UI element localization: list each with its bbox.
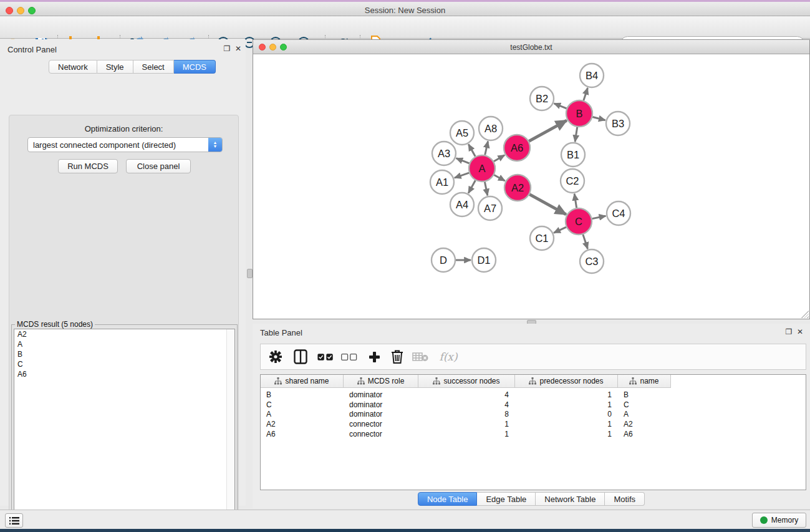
graph-node-B[interactable]: B xyxy=(566,100,592,127)
graph-edge-C-C1[interactable] xyxy=(554,227,566,233)
table-row[interactable]: A6connector11A6 xyxy=(261,429,671,439)
graph-node-C1[interactable]: C1 xyxy=(530,226,554,250)
graph-node-A7[interactable]: A7 xyxy=(478,196,502,220)
graph-node-label: D1 xyxy=(477,254,490,266)
graph-node-C4[interactable]: C4 xyxy=(607,201,630,225)
float-panel-icon[interactable]: ❐ xyxy=(784,327,793,336)
graph-node-D1[interactable]: D1 xyxy=(472,248,496,272)
graph-edge-A-A3[interactable] xyxy=(456,158,470,163)
result-item[interactable]: A xyxy=(14,339,234,349)
dropdown-selected-value: largest connected component (directed) xyxy=(28,140,208,150)
graph-edge-A-A8[interactable] xyxy=(485,142,488,155)
graph-node-label: B xyxy=(576,108,582,119)
graph-edge-A2-C[interactable] xyxy=(529,195,566,215)
column-header-shared-name[interactable]: shared name xyxy=(261,375,344,388)
tab-select[interactable]: Select xyxy=(133,60,174,74)
graph-node-A[interactable]: A xyxy=(469,155,495,181)
graph-node-A8[interactable]: A8 xyxy=(479,117,503,140)
result-item[interactable]: A6 xyxy=(14,369,234,379)
tab-node-table[interactable]: Node Table xyxy=(418,492,478,506)
float-panel-icon[interactable]: ❐ xyxy=(223,44,231,53)
graph-edge-A6-B[interactable] xyxy=(529,120,567,141)
tab-motifs[interactable]: Motifs xyxy=(605,492,645,506)
table-row[interactable]: Bdominator41B xyxy=(261,390,671,400)
result-item[interactable]: B xyxy=(14,349,234,359)
graph-edge-A-A7[interactable] xyxy=(485,182,487,196)
optimization-criterion-select[interactable]: largest connected component (directed) ▲… xyxy=(27,137,223,152)
graph-node-C3[interactable]: C3 xyxy=(580,249,604,273)
tab-style[interactable]: Style xyxy=(97,60,133,74)
table-cell: 1 xyxy=(515,419,618,429)
graph-node-B1[interactable]: B1 xyxy=(561,143,585,167)
graph-edge-C-C2[interactable] xyxy=(574,194,576,208)
close-panel-icon[interactable]: ✕ xyxy=(234,44,243,53)
result-item[interactable]: C xyxy=(14,359,234,369)
graph-edge-A-A2[interactable] xyxy=(494,175,504,181)
graph-edge-B-B2[interactable] xyxy=(554,104,566,109)
column-header-successor-nodes[interactable]: successor nodes xyxy=(418,375,515,388)
tab-edge-table[interactable]: Edge Table xyxy=(477,492,536,506)
graph-edge-C-C3[interactable] xyxy=(583,235,588,249)
task-history-button[interactable] xyxy=(5,513,23,528)
network-canvas[interactable]: AA1A2A3A4A5A6A7A8BB1B2B3B4CC1C2C3C4DD1 xyxy=(253,54,809,319)
mcds-result-list[interactable]: A2ABCA6 xyxy=(14,329,235,532)
run-mcds-button[interactable]: Run MCDS xyxy=(58,159,118,173)
graph-edge-C-C4[interactable] xyxy=(592,216,606,218)
graph-node-C2[interactable]: C2 xyxy=(561,169,584,193)
tab-network-table[interactable]: Network Table xyxy=(536,492,605,506)
delete-column-icon[interactable] xyxy=(389,349,405,365)
table-row[interactable]: Adominator80A xyxy=(261,409,671,419)
control-panel: Control Panel ❐ ✕ NetworkStyleSelectMCDS… xyxy=(0,39,246,506)
graph-edge-B-B4[interactable] xyxy=(584,88,588,100)
scrollbar-track[interactable] xyxy=(226,329,234,532)
table-cell: dominator xyxy=(344,400,418,410)
vertical-splitter-handle[interactable] xyxy=(247,269,253,278)
add-column-icon[interactable] xyxy=(366,349,382,365)
network-window-titlebar[interactable]: testGlobe.txt xyxy=(253,40,809,54)
table-row[interactable]: A2connector11A2 xyxy=(261,419,671,429)
table-cell: 1 xyxy=(418,429,515,439)
graph-node-D[interactable]: D xyxy=(432,248,455,272)
resize-grip-icon[interactable] xyxy=(801,311,809,318)
graph-node-C[interactable]: C xyxy=(566,208,592,235)
graph-node-B4[interactable]: B4 xyxy=(580,64,604,87)
graph-node-A6[interactable]: A6 xyxy=(504,135,530,161)
column-type-icon xyxy=(274,377,282,385)
graph-node-A1[interactable]: A1 xyxy=(430,170,454,194)
table-cell: A2 xyxy=(261,419,344,429)
close-panel-button[interactable]: Close panel xyxy=(126,159,191,173)
graph-node-label: A4 xyxy=(456,199,468,210)
graph-edge-A-A5[interactable] xyxy=(468,144,475,157)
network-graph[interactable]: AA1A2A3A4A5A6A7A8BB1B2B3B4CC1C2C3C4DD1 xyxy=(253,54,809,319)
graph-node-A4[interactable]: A4 xyxy=(450,193,474,216)
graph-edge-B-B1[interactable] xyxy=(575,127,577,142)
result-item[interactable]: A2 xyxy=(14,329,234,339)
column-header-MCDS-role[interactable]: MCDS role xyxy=(344,375,418,388)
column-header-predecessor-nodes[interactable]: predecessor nodes xyxy=(515,375,618,388)
close-panel-icon[interactable]: ✕ xyxy=(796,327,804,336)
graph-node-label: A7 xyxy=(484,203,496,214)
table-options-icon[interactable] xyxy=(268,349,284,365)
graph-edge-A-A4[interactable] xyxy=(468,180,475,193)
status-bar: Memory xyxy=(0,510,810,529)
graph-node-B3[interactable]: B3 xyxy=(606,112,630,135)
show-columns-icon[interactable] xyxy=(292,349,309,365)
deselect-all-icon[interactable] xyxy=(341,349,357,365)
graph-node-A5[interactable]: A5 xyxy=(450,121,474,145)
graph-edge-A-A6[interactable] xyxy=(494,155,504,162)
delete-table-icon[interactable] xyxy=(412,349,428,365)
table-row[interactable]: Cdominator41C xyxy=(261,400,671,410)
column-header-name[interactable]: name xyxy=(618,375,671,388)
tab-network[interactable]: Network xyxy=(49,60,97,74)
node-table[interactable]: shared nameMCDS rolesuccessor nodesprede… xyxy=(260,374,806,490)
graph-node-B2[interactable]: B2 xyxy=(530,87,554,110)
tab-mcds[interactable]: MCDS xyxy=(174,60,216,74)
function-builder-icon[interactable]: f(x) xyxy=(436,349,461,365)
graph-node-A2[interactable]: A2 xyxy=(504,175,531,201)
graph-node-label: B1 xyxy=(567,149,579,160)
graph-edge-B-B3[interactable] xyxy=(592,117,605,120)
graph-node-A3[interactable]: A3 xyxy=(432,142,456,165)
graph-edge-A-A1[interactable] xyxy=(455,173,469,178)
memory-button[interactable]: Memory xyxy=(752,513,806,528)
select-all-icon[interactable] xyxy=(317,349,334,365)
